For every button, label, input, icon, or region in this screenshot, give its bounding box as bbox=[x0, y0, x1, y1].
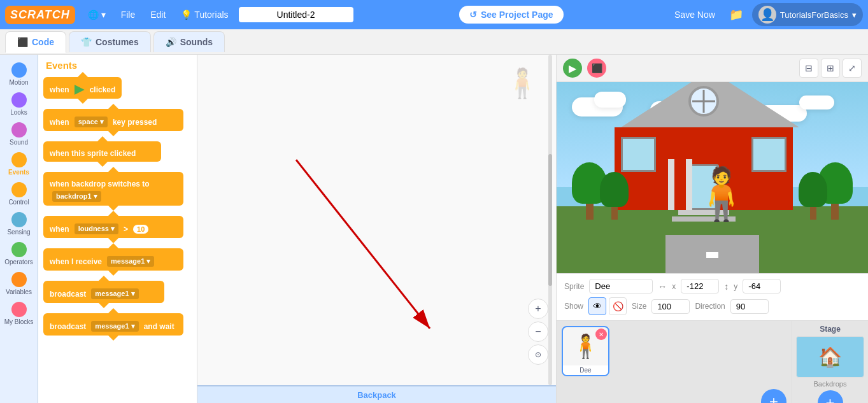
globe-chevron: ▾ bbox=[101, 10, 106, 20]
blocks-title: Events bbox=[43, 60, 192, 71]
direction-input[interactable] bbox=[730, 299, 769, 314]
stage-mini-thumb[interactable]: 🏠 bbox=[796, 336, 864, 378]
cloud-6 bbox=[799, 95, 834, 110]
sprite-label: Sprite bbox=[564, 282, 584, 291]
category-looks[interactable]: Looks bbox=[2, 90, 36, 118]
sounds-icon: 🔊 bbox=[166, 37, 176, 47]
user-area[interactable]: 👤 TutorialsForBasics ▾ bbox=[752, 3, 863, 26]
sprite-dee: 🧍 bbox=[690, 169, 753, 220]
tutorials-icon: 💡 bbox=[181, 10, 192, 20]
stage-canvas: 🧍 bbox=[557, 82, 868, 273]
tab-sounds[interactable]: 🔊 Sounds bbox=[153, 31, 225, 52]
scrollbar-track bbox=[548, 55, 552, 385]
add-sprite-button[interactable]: + bbox=[761, 389, 786, 403]
stop-button[interactable]: ⬛ bbox=[587, 59, 606, 78]
code-icon: ⬛ bbox=[17, 37, 28, 47]
see-project-icon: ↺ bbox=[469, 10, 477, 20]
add-backdrop-button[interactable]: + bbox=[818, 390, 843, 403]
sprite-name-row: Sprite ↔ x ↕ y bbox=[564, 279, 860, 293]
zoom-controls: + − ⊙ bbox=[528, 299, 548, 365]
main-area: Motion Looks Sound Events Control Sensin… bbox=[0, 55, 868, 403]
x-arrow-icon: ↔ bbox=[658, 281, 667, 292]
stage-mini-panel: Stage 🏠 Backdrops + bbox=[792, 321, 868, 403]
costumes-icon: 👕 bbox=[81, 37, 92, 47]
sprite-delete-button[interactable]: ✕ bbox=[595, 329, 607, 340]
block-when-key-pressed[interactable]: when space ▾ key pressed bbox=[43, 109, 192, 136]
show-hidden-button[interactable]: 🚫 bbox=[609, 297, 627, 315]
block-broadcast[interactable]: broadcast message1 ▾ bbox=[43, 281, 192, 308]
sprite-thumb-name: Dee bbox=[563, 365, 608, 375]
y-input[interactable] bbox=[743, 279, 781, 293]
scratch-logo[interactable]: SCRATCH bbox=[5, 6, 75, 24]
block-broadcast-wait[interactable]: broadcast message1 ▾ and wait bbox=[43, 313, 192, 341]
block-when-loudness[interactable]: when loudness ▾ > 10 bbox=[43, 216, 192, 243]
backdrops-label: Backdrops bbox=[796, 380, 864, 388]
tab-code[interactable]: ⬛ Code bbox=[5, 31, 66, 53]
show-label: Show bbox=[564, 302, 583, 311]
see-project-button[interactable]: ↺ See Project Page bbox=[459, 6, 564, 24]
scrollbar-thumb[interactable] bbox=[548, 154, 552, 286]
size-input[interactable] bbox=[651, 299, 690, 314]
block-when-sprite-clicked[interactable]: when this sprite clicked bbox=[43, 141, 192, 167]
sprites-stage-area: ✕ 🧍 Dee + Stage 🏠 Backdrops + bbox=[557, 320, 868, 403]
zoom-out-button[interactable]: − bbox=[528, 322, 548, 342]
category-variables[interactable]: Variables bbox=[2, 269, 36, 298]
avatar: 👤 bbox=[758, 6, 776, 24]
stage-controls: ▶ ⬛ ⊟ ⊞ ⤢ bbox=[557, 55, 868, 82]
file-menu-button[interactable]: File bbox=[116, 7, 141, 22]
tabs-row: ⬛ Code 👕 Costumes 🔊 Sounds bbox=[0, 29, 868, 55]
sprite-name-input[interactable] bbox=[589, 279, 653, 293]
tutorials-button[interactable]: 💡 Tutorials bbox=[176, 7, 233, 22]
folder-icon[interactable]: 📁 bbox=[725, 8, 747, 22]
fullscreen-button[interactable]: ⤢ bbox=[843, 59, 862, 78]
sprite-thumb-dee[interactable]: ✕ 🧍 Dee bbox=[562, 326, 609, 376]
tab-costumes[interactable]: 👕 Costumes bbox=[69, 31, 151, 52]
category-motion[interactable]: Motion bbox=[2, 60, 36, 88]
edit-menu-button[interactable]: Edit bbox=[145, 7, 171, 22]
zoom-reset-button[interactable]: ⊙ bbox=[528, 344, 548, 365]
x-label: x bbox=[672, 282, 676, 291]
globe-button[interactable]: 🌐 ▾ bbox=[83, 7, 111, 22]
columns bbox=[668, 159, 692, 210]
house-scene: 🧍 bbox=[557, 82, 868, 273]
window-right bbox=[751, 137, 786, 172]
blocks-panel: Events when clicked when space ▾ key pre… bbox=[38, 55, 197, 403]
globe-icon: 🌐 bbox=[88, 10, 99, 20]
direction-label: Direction bbox=[695, 302, 725, 311]
block-when-flag-clicked[interactable]: when clicked bbox=[43, 77, 192, 104]
road-line bbox=[706, 252, 719, 258]
category-events[interactable]: Events bbox=[2, 150, 36, 178]
project-title-input[interactable] bbox=[239, 7, 353, 22]
tree-right-2 bbox=[799, 172, 827, 220]
block-when-backdrop-switches[interactable]: when backdrop switches to backdrop1 ▾ bbox=[43, 172, 192, 211]
circular-window bbox=[688, 86, 719, 117]
stage-panel: ▶ ⬛ ⊟ ⊞ ⤢ bbox=[556, 55, 868, 403]
category-control[interactable]: Control bbox=[2, 180, 36, 208]
playback-controls: ▶ ⬛ bbox=[563, 59, 606, 78]
script-canvas[interactable]: 🧍 + − ⊙ bbox=[197, 55, 556, 403]
show-buttons: 👁 🚫 bbox=[588, 297, 627, 315]
normal-stage-button[interactable]: ⊞ bbox=[821, 59, 840, 78]
category-operators[interactable]: Operators bbox=[2, 239, 36, 268]
block-when-receive[interactable]: when I receive message1 ▾ bbox=[43, 248, 192, 276]
size-label: Size bbox=[632, 302, 646, 311]
user-chevron: ▾ bbox=[852, 10, 857, 20]
sprite-info: Sprite ↔ x ↕ y Show 👁 🚫 Size Direction bbox=[557, 273, 868, 320]
categories-sidebar: Motion Looks Sound Events Control Sensin… bbox=[0, 55, 38, 403]
category-sound[interactable]: Sound bbox=[2, 120, 36, 148]
backpack-bar[interactable]: Backpack bbox=[197, 385, 556, 403]
save-now-button[interactable]: Save Now bbox=[669, 7, 720, 22]
show-visible-button[interactable]: 👁 bbox=[588, 297, 606, 315]
script-area: 🧍 + − ⊙ Backpack bbox=[197, 55, 556, 403]
tree-left-2 bbox=[600, 172, 629, 220]
category-myblocks[interactable]: My Blocks bbox=[2, 299, 36, 328]
window-left bbox=[621, 137, 656, 172]
user-name: TutorialsForBasics bbox=[780, 10, 848, 20]
ghost-sprite: 🧍 bbox=[504, 66, 540, 100]
category-sensing[interactable]: Sensing bbox=[2, 209, 36, 238]
x-input[interactable] bbox=[681, 279, 719, 293]
small-stage-button[interactable]: ⊟ bbox=[799, 59, 818, 78]
sprite-show-row: Show 👁 🚫 Size Direction bbox=[564, 297, 860, 315]
green-flag-button[interactable]: ▶ bbox=[563, 59, 582, 78]
zoom-in-button[interactable]: + bbox=[528, 299, 548, 319]
